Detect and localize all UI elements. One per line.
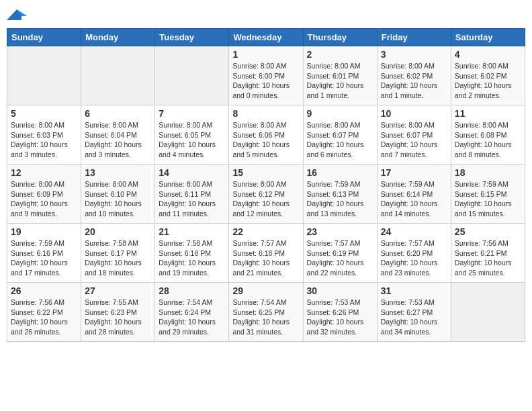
day-number: 20 <box>85 226 151 237</box>
calendar-cell: 13Sunrise: 8:00 AM Sunset: 6:10 PM Dayli… <box>81 165 155 224</box>
day-number: 7 <box>159 108 225 119</box>
logo <box>7 7 30 23</box>
day-info: Sunrise: 8:00 AM Sunset: 6:01 PM Dayligh… <box>307 61 373 101</box>
calendar-cell: 7Sunrise: 8:00 AM Sunset: 6:05 PM Daylig… <box>155 105 229 165</box>
day-number: 12 <box>11 167 77 178</box>
calendar-cell: 25Sunrise: 7:56 AM Sunset: 6:21 PM Dayli… <box>451 224 525 283</box>
day-number: 5 <box>11 108 77 119</box>
calendar-cell: 28Sunrise: 7:54 AM Sunset: 6:24 PM Dayli… <box>155 283 229 342</box>
calendar-cell: 12Sunrise: 8:00 AM Sunset: 6:09 PM Dayli… <box>7 165 81 224</box>
calendar-week-row: 19Sunrise: 7:59 AM Sunset: 6:16 PM Dayli… <box>7 224 525 283</box>
day-info: Sunrise: 7:57 AM Sunset: 6:18 PM Dayligh… <box>232 238 299 278</box>
header-area <box>7 7 525 23</box>
day-info: Sunrise: 8:00 AM Sunset: 6:06 PM Dayligh… <box>232 120 299 160</box>
day-number: 11 <box>455 108 521 119</box>
weekday-header-tuesday: Tuesday <box>155 29 229 46</box>
day-info: Sunrise: 8:00 AM Sunset: 6:08 PM Dayligh… <box>455 120 521 160</box>
day-number: 14 <box>159 167 225 178</box>
weekday-header-wednesday: Wednesday <box>229 29 303 46</box>
day-info: Sunrise: 7:54 AM Sunset: 6:24 PM Dayligh… <box>159 298 225 337</box>
day-info: Sunrise: 7:58 AM Sunset: 6:18 PM Dayligh… <box>159 238 225 278</box>
calendar-cell: 6Sunrise: 8:00 AM Sunset: 6:04 PM Daylig… <box>81 105 155 165</box>
calendar-cell: 16Sunrise: 7:59 AM Sunset: 6:13 PM Dayli… <box>303 165 377 224</box>
day-number: 25 <box>455 226 521 237</box>
day-info: Sunrise: 7:57 AM Sunset: 6:19 PM Dayligh… <box>307 238 373 278</box>
day-number: 21 <box>159 226 225 237</box>
day-info: Sunrise: 7:56 AM Sunset: 6:22 PM Dayligh… <box>11 298 77 337</box>
day-number: 8 <box>232 108 299 119</box>
day-number: 13 <box>85 167 151 178</box>
day-info: Sunrise: 7:53 AM Sunset: 6:27 PM Dayligh… <box>381 298 447 337</box>
day-number: 27 <box>85 285 151 296</box>
day-info: Sunrise: 8:00 AM Sunset: 6:05 PM Dayligh… <box>159 120 225 160</box>
calendar-cell: 23Sunrise: 7:57 AM Sunset: 6:19 PM Dayli… <box>303 224 377 283</box>
day-number: 29 <box>232 285 299 296</box>
day-info: Sunrise: 8:00 AM Sunset: 6:00 PM Dayligh… <box>232 61 299 101</box>
day-info: Sunrise: 8:00 AM Sunset: 6:03 PM Dayligh… <box>11 120 77 160</box>
calendar-cell: 17Sunrise: 7:59 AM Sunset: 6:14 PM Dayli… <box>377 165 451 224</box>
calendar-cell: 22Sunrise: 7:57 AM Sunset: 6:18 PM Dayli… <box>229 224 303 283</box>
weekday-header-row: SundayMondayTuesdayWednesdayThursdayFrid… <box>7 29 525 46</box>
calendar-cell: 4Sunrise: 8:00 AM Sunset: 6:02 PM Daylig… <box>451 46 525 105</box>
calendar-cell: 1Sunrise: 8:00 AM Sunset: 6:00 PM Daylig… <box>229 46 303 105</box>
weekday-header-thursday: Thursday <box>303 29 377 46</box>
calendar-cell: 11Sunrise: 8:00 AM Sunset: 6:08 PM Dayli… <box>451 105 525 165</box>
calendar-cell: 29Sunrise: 7:54 AM Sunset: 6:25 PM Dayli… <box>229 283 303 342</box>
weekday-header-sunday: Sunday <box>7 29 81 46</box>
logo-icon <box>7 7 27 23</box>
calendar-cell <box>451 283 525 342</box>
day-number: 6 <box>85 108 151 119</box>
calendar-week-row: 5Sunrise: 8:00 AM Sunset: 6:03 PM Daylig… <box>7 105 525 165</box>
day-info: Sunrise: 7:57 AM Sunset: 6:20 PM Dayligh… <box>381 238 447 278</box>
day-number: 19 <box>11 226 77 237</box>
day-info: Sunrise: 7:55 AM Sunset: 6:23 PM Dayligh… <box>85 298 151 337</box>
calendar-cell: 19Sunrise: 7:59 AM Sunset: 6:16 PM Dayli… <box>7 224 81 283</box>
day-number: 24 <box>381 226 447 237</box>
day-number: 17 <box>381 167 447 178</box>
day-number: 9 <box>307 108 373 119</box>
day-info: Sunrise: 7:53 AM Sunset: 6:26 PM Dayligh… <box>307 298 373 337</box>
calendar-cell: 26Sunrise: 7:56 AM Sunset: 6:22 PM Dayli… <box>7 283 81 342</box>
day-number: 23 <box>307 226 373 237</box>
day-info: Sunrise: 8:00 AM Sunset: 6:11 PM Dayligh… <box>159 179 225 219</box>
day-number: 18 <box>455 167 521 178</box>
day-number: 2 <box>307 49 373 60</box>
calendar-cell: 14Sunrise: 8:00 AM Sunset: 6:11 PM Dayli… <box>155 165 229 224</box>
calendar-cell: 2Sunrise: 8:00 AM Sunset: 6:01 PM Daylig… <box>303 46 377 105</box>
day-info: Sunrise: 7:59 AM Sunset: 6:14 PM Dayligh… <box>381 179 447 219</box>
calendar-cell: 27Sunrise: 7:55 AM Sunset: 6:23 PM Dayli… <box>81 283 155 342</box>
day-info: Sunrise: 8:00 AM Sunset: 6:04 PM Dayligh… <box>85 120 151 160</box>
calendar-cell: 10Sunrise: 8:00 AM Sunset: 6:07 PM Dayli… <box>377 105 451 165</box>
day-info: Sunrise: 7:59 AM Sunset: 6:13 PM Dayligh… <box>307 179 373 219</box>
calendar-cell: 18Sunrise: 7:59 AM Sunset: 6:15 PM Dayli… <box>451 165 525 224</box>
calendar-cell <box>7 46 81 105</box>
day-number: 16 <box>307 167 373 178</box>
calendar-cell: 15Sunrise: 8:00 AM Sunset: 6:12 PM Dayli… <box>229 165 303 224</box>
calendar-cell: 5Sunrise: 8:00 AM Sunset: 6:03 PM Daylig… <box>7 105 81 165</box>
day-info: Sunrise: 8:00 AM Sunset: 6:07 PM Dayligh… <box>381 120 447 160</box>
weekday-header-friday: Friday <box>377 29 451 46</box>
weekday-header-saturday: Saturday <box>451 29 525 46</box>
day-info: Sunrise: 8:00 AM Sunset: 6:12 PM Dayligh… <box>232 179 299 219</box>
calendar-week-row: 26Sunrise: 7:56 AM Sunset: 6:22 PM Dayli… <box>7 283 525 342</box>
day-info: Sunrise: 7:59 AM Sunset: 6:15 PM Dayligh… <box>455 179 521 219</box>
calendar-cell <box>81 46 155 105</box>
calendar-cell: 8Sunrise: 8:00 AM Sunset: 6:06 PM Daylig… <box>229 105 303 165</box>
calendar-table: SundayMondayTuesdayWednesdayThursdayFrid… <box>7 28 525 342</box>
day-info: Sunrise: 7:59 AM Sunset: 6:16 PM Dayligh… <box>11 238 77 278</box>
calendar-week-row: 1Sunrise: 8:00 AM Sunset: 6:00 PM Daylig… <box>7 46 525 105</box>
calendar-cell: 31Sunrise: 7:53 AM Sunset: 6:27 PM Dayli… <box>377 283 451 342</box>
day-number: 3 <box>381 49 447 60</box>
day-info: Sunrise: 8:00 AM Sunset: 6:07 PM Dayligh… <box>307 120 373 160</box>
day-info: Sunrise: 8:00 AM Sunset: 6:02 PM Dayligh… <box>455 61 521 101</box>
day-info: Sunrise: 8:00 AM Sunset: 6:02 PM Dayligh… <box>381 61 447 101</box>
day-number: 22 <box>232 226 299 237</box>
calendar-cell: 24Sunrise: 7:57 AM Sunset: 6:20 PM Dayli… <box>377 224 451 283</box>
day-number: 10 <box>381 108 447 119</box>
day-info: Sunrise: 7:58 AM Sunset: 6:17 PM Dayligh… <box>85 238 151 278</box>
day-info: Sunrise: 7:56 AM Sunset: 6:21 PM Dayligh… <box>455 238 521 278</box>
day-info: Sunrise: 8:00 AM Sunset: 6:10 PM Dayligh… <box>85 179 151 219</box>
calendar-cell <box>155 46 229 105</box>
calendar-week-row: 12Sunrise: 8:00 AM Sunset: 6:09 PM Dayli… <box>7 165 525 224</box>
calendar-cell: 3Sunrise: 8:00 AM Sunset: 6:02 PM Daylig… <box>377 46 451 105</box>
